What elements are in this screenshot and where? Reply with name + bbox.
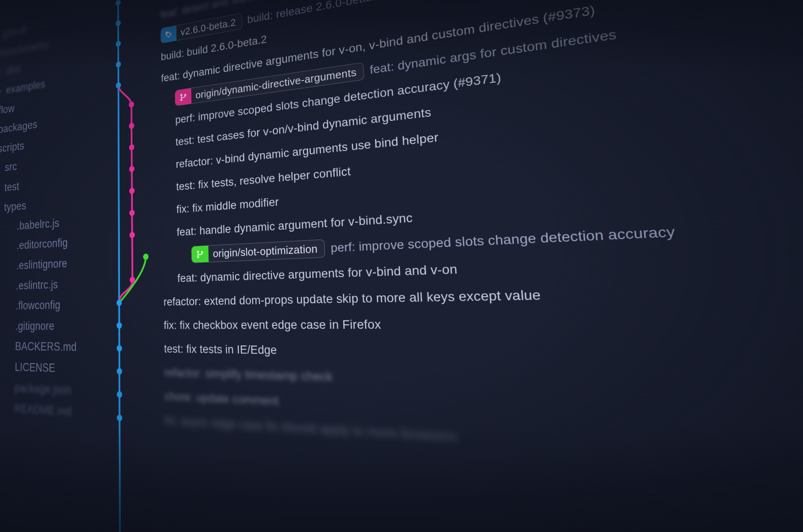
commit-row[interactable]: fix: fix checkbox event edge case in Fir… xyxy=(164,308,685,339)
chevron-right-icon: ▸ xyxy=(0,86,2,96)
svg-point-17 xyxy=(117,299,122,306)
chevron-right-icon: ▸ xyxy=(0,183,1,193)
svg-point-23 xyxy=(166,33,167,34)
tree-item-label: .gitignore xyxy=(15,317,54,335)
tree-item-label: src xyxy=(5,157,17,176)
tree-item-label: .editorconfig xyxy=(16,234,68,255)
file-tree-file[interactable]: LICENSE xyxy=(0,356,100,380)
tree-item-label: README.md xyxy=(14,399,72,422)
svg-point-10 xyxy=(129,144,134,151)
branch-badge[interactable]: origin/slot-optimization xyxy=(191,239,325,263)
svg-point-3 xyxy=(115,0,120,6)
file-tree-file[interactable]: BACKERS.md xyxy=(0,336,100,358)
file-tree-file[interactable]: .eslintrc.js xyxy=(0,272,100,296)
file-tree-file[interactable]: .gitignore xyxy=(0,315,100,336)
commit-message: chore: update comment xyxy=(164,391,279,407)
svg-point-12 xyxy=(129,188,135,194)
svg-point-20 xyxy=(117,368,122,375)
chevron-right-icon: ▸ xyxy=(0,202,0,213)
svg-line-1 xyxy=(131,105,132,280)
svg-point-14 xyxy=(130,232,135,238)
commit-message: feat: dynamic directive arguments for v-… xyxy=(177,263,458,284)
tree-item-label: .eslintrc.js xyxy=(16,275,58,295)
tree-item-label: package.json xyxy=(14,379,71,400)
tree-item-label: LICENSE xyxy=(15,358,55,378)
tree-item-label: types xyxy=(4,196,26,216)
svg-point-15 xyxy=(143,253,148,260)
commit-list: build: build 2.6.0-beta.3build: fix feat… xyxy=(160,0,698,466)
svg-point-6 xyxy=(116,61,121,68)
svg-point-4 xyxy=(116,20,121,26)
tree-item-label: dist xyxy=(6,60,20,79)
tree-item-label: .eslintignore xyxy=(16,254,67,275)
git-branch-icon xyxy=(192,246,209,263)
tree-item-label: BACKERS.md xyxy=(15,338,77,357)
tree-item-label: flow xyxy=(0,99,15,119)
svg-point-9 xyxy=(129,123,134,129)
svg-point-8 xyxy=(129,101,134,108)
commit-message: refactor: simplify timestamp check xyxy=(164,367,333,383)
chevron-right-icon: ▸ xyxy=(0,67,3,77)
tree-item-label: .babelrc.js xyxy=(17,214,59,235)
svg-point-13 xyxy=(129,210,135,216)
tree-item-label: .flowconfig xyxy=(15,296,60,315)
svg-point-16 xyxy=(130,277,135,283)
file-tree: ▸.github▸benchmarks▸dist▸examples▸flow▸p… xyxy=(0,0,100,532)
svg-point-22 xyxy=(117,414,122,421)
commit-message: fix: fix middle modifier xyxy=(176,196,279,215)
chevron-right-icon: ▸ xyxy=(0,163,1,174)
svg-point-19 xyxy=(117,345,122,351)
commit-message: fix: fix checkbox event edge case in Fir… xyxy=(164,318,381,331)
commit-message: refactor: extend dom-props update skip t… xyxy=(164,288,541,307)
commit-history-panel: build: build 2.6.0-beta.3build: fix feat… xyxy=(100,0,803,532)
commit-message: test: fix tests in IE/Edge xyxy=(164,343,277,356)
git-branch-icon xyxy=(175,88,192,106)
file-tree-file[interactable]: .flowconfig xyxy=(0,294,100,316)
svg-point-11 xyxy=(129,166,135,172)
svg-point-18 xyxy=(117,322,122,329)
branch-label: origin/slot-optimization xyxy=(208,243,325,259)
svg-point-5 xyxy=(116,41,121,47)
tree-item-label: test xyxy=(4,177,19,196)
tree-item-label: scripts xyxy=(0,137,24,158)
svg-point-7 xyxy=(116,82,121,89)
svg-line-0 xyxy=(118,0,120,532)
tag-icon xyxy=(161,26,177,43)
svg-point-21 xyxy=(117,391,122,398)
